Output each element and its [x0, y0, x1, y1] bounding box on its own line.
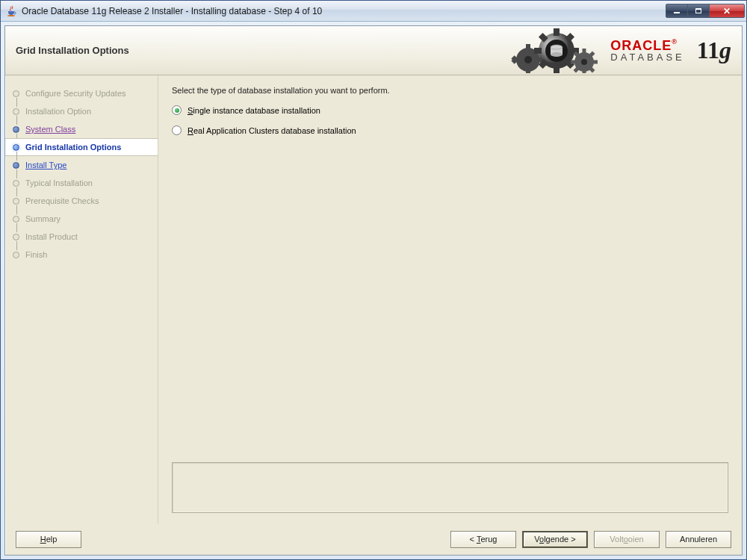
header: Grid Installation Options	[5, 26, 742, 75]
help-button[interactable]: Help	[16, 531, 81, 548]
svg-rect-13	[554, 66, 560, 73]
titlebar[interactable]: Oracle Database 11g Release 2 Installer …	[1, 1, 746, 22]
steps-sidebar: Configure Security UpdatesInstallation O…	[5, 75, 158, 523]
step-finish: Finish	[5, 246, 158, 264]
svg-rect-15	[534, 48, 542, 54]
radio-option[interactable]: Real Application Clusters database insta…	[172, 125, 728, 135]
cancel-button[interactable]: Annuleren	[666, 531, 731, 548]
gears-graphic	[506, 28, 603, 73]
main-pane: Select the type of database installation…	[158, 75, 742, 523]
svg-rect-29	[571, 60, 576, 63]
content-frame: Grid Installation Options	[4, 25, 743, 556]
brand-oracle: ORACLE®	[610, 39, 678, 52]
svg-point-0	[7, 15, 15, 16]
prompt-text: Select the type of database installation…	[172, 86, 728, 95]
svg-rect-26	[583, 49, 586, 54]
radio-label: Single instance database installation	[187, 106, 320, 115]
step-label: System Class	[25, 125, 75, 134]
step-node-icon	[13, 252, 19, 258]
svg-rect-12	[554, 28, 560, 36]
svg-point-34	[581, 59, 587, 65]
svg-point-23	[551, 52, 562, 57]
svg-point-10	[524, 56, 532, 63]
close-button[interactable]: ✕	[709, 4, 745, 18]
brand-version: 11g	[697, 37, 731, 64]
button-bar: Help < Terug Volgende > Voltooien Annule…	[5, 523, 742, 555]
step-install-product: Install Product	[5, 228, 158, 246]
svg-rect-27	[583, 70, 586, 73]
step-node-icon	[13, 234, 19, 240]
window-title: Oracle Database 11g Release 2 Installer …	[22, 6, 666, 16]
step-install-type[interactable]: Install Type	[5, 156, 158, 174]
step-grid-installation-options: Grid Installation Options	[5, 138, 158, 156]
step-label: Finish	[25, 250, 47, 259]
step-node-icon	[13, 162, 19, 169]
finish-button: Voltooien	[594, 531, 660, 548]
brand-database: DATABASE	[610, 52, 684, 62]
step-installation-option: Installation Option	[5, 102, 158, 120]
step-label: Install Type	[25, 161, 66, 169]
step-label: Configure Security Updates	[25, 89, 126, 98]
step-prerequisite-checks: Prerequisite Checks	[5, 192, 158, 210]
step-label: Installation Option	[25, 107, 91, 116]
step-summary: Summary	[5, 210, 158, 228]
maximize-button[interactable]	[687, 4, 710, 18]
step-label: Prerequisite Checks	[25, 196, 99, 205]
radio-icon[interactable]	[172, 105, 182, 115]
body: Configure Security UpdatesInstallation O…	[5, 75, 742, 523]
step-node-icon	[13, 180, 19, 187]
step-node-icon	[13, 108, 19, 115]
svg-rect-2	[526, 44, 530, 50]
svg-rect-28	[592, 60, 598, 63]
window-controls: ✕	[666, 4, 745, 18]
brand-text: ORACLE® DATABASE	[610, 39, 684, 62]
radio-label: Real Application Clusters database insta…	[187, 126, 356, 135]
step-system-class[interactable]: System Class	[5, 120, 158, 138]
radio-icon[interactable]	[172, 125, 182, 135]
install-type-radio-group: Single instance database installationRea…	[172, 105, 728, 146]
page-title: Grid Installation Options	[5, 45, 129, 56]
message-area	[172, 462, 728, 513]
step-label: Install Product	[25, 232, 78, 241]
radio-option[interactable]: Single instance database installation	[172, 105, 728, 115]
step-node-icon	[13, 216, 19, 223]
step-node-icon	[13, 126, 19, 133]
back-button[interactable]: < Terug	[450, 531, 516, 548]
brand-area: ORACLE® DATABASE 11g	[506, 28, 742, 73]
step-node-icon	[13, 90, 19, 97]
next-button[interactable]: Volgende >	[522, 531, 588, 548]
java-icon	[5, 5, 17, 17]
svg-rect-3	[526, 69, 530, 73]
step-node-icon	[13, 198, 19, 205]
step-node-icon	[13, 144, 19, 151]
step-configure-security-updates: Configure Security Updates	[5, 84, 158, 102]
step-typical-installation: Typical Installation	[5, 174, 158, 192]
step-label: Summary	[25, 214, 61, 223]
installer-window: Oracle Database 11g Release 2 Installer …	[0, 0, 747, 560]
step-label: Grid Installation Options	[25, 143, 121, 152]
minimize-button[interactable]	[666, 4, 688, 18]
step-label: Typical Installation	[25, 178, 93, 187]
